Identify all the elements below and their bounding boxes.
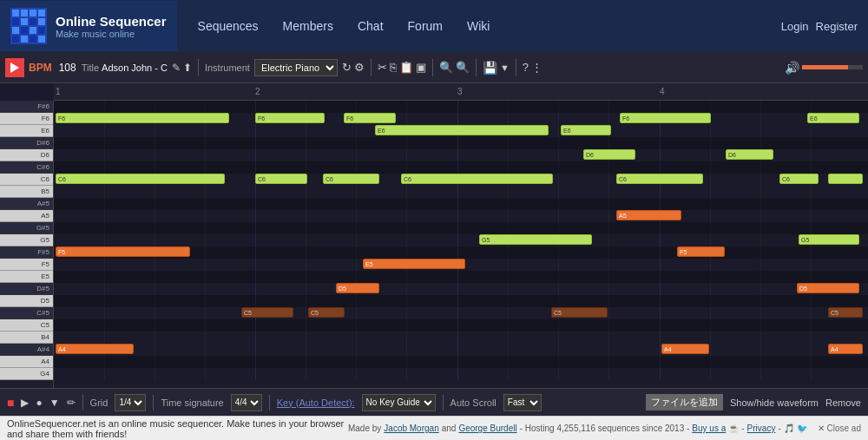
note-e6-2[interactable]: E6 (561, 125, 611, 135)
note-c6-7[interactable] (828, 174, 863, 184)
note-f6-4[interactable]: F6 (620, 113, 711, 123)
note-f5-2[interactable]: F5 (677, 246, 725, 257)
save-icon[interactable]: 💾 (483, 61, 497, 75)
zoom-out-icon[interactable]: 🔍 (439, 61, 453, 74)
nav-sequences[interactable]: Sequences (186, 0, 271, 52)
key-d6[interactable]: D6 (0, 149, 53, 161)
settings-icon[interactable]: ⚙ (354, 61, 365, 74)
note-c5-2[interactable]: C5 (308, 307, 345, 318)
cut-icon[interactable]: ✂ (378, 61, 387, 74)
register-button[interactable]: Register (816, 20, 858, 33)
key-c6[interactable]: C6 (0, 174, 53, 186)
key-e5[interactable]: E5 (0, 271, 53, 283)
note-c6-3[interactable]: C6 (323, 174, 379, 184)
note-f6-5[interactable]: E6 (807, 113, 859, 123)
key-d5[interactable]: D5 (0, 295, 53, 307)
remove-button[interactable]: Remove (825, 397, 861, 408)
key-c#6[interactable]: C#6 (0, 161, 53, 174)
note-a5-1[interactable]: A5 (616, 210, 681, 220)
note-c6-2[interactable]: C6 (255, 174, 307, 184)
note-e6-1[interactable]: E6 (375, 125, 549, 135)
note-g5-2[interactable]: G5 (799, 234, 859, 245)
zoom-in-icon[interactable]: 🔍 (456, 61, 470, 74)
key-c#5[interactable]: C#5 (0, 307, 53, 319)
note-f6-1[interactable]: F6 (56, 113, 229, 123)
note-a4-2[interactable]: A4 (661, 344, 709, 354)
key-b4[interactable]: B4 (0, 332, 53, 344)
play-icon[interactable]: ▶ (21, 397, 29, 409)
show-waveform-button[interactable]: Show/hide waveform (730, 397, 819, 408)
pencil-icon[interactable]: ✏ (67, 397, 76, 409)
key-e6[interactable]: E6 (0, 125, 53, 137)
key-g4[interactable]: G4 (0, 368, 53, 380)
instrument-select[interactable]: Electric Piano Piano Strings (254, 59, 338, 76)
nav-members[interactable]: Members (271, 0, 345, 52)
key-a#5[interactable]: A#5 (0, 198, 53, 210)
record-icon[interactable]: ● (36, 397, 42, 409)
nav-forum[interactable]: Forum (396, 0, 455, 52)
key-f5[interactable]: F5 (0, 259, 53, 271)
note-c5-4[interactable]: C5 (828, 307, 863, 318)
note-d6-2[interactable]: D6 (726, 149, 773, 160)
help-icon[interactable]: ? (523, 61, 529, 74)
note-d5-2[interactable]: D5 (797, 283, 859, 293)
note-c5-3[interactable]: C5 (551, 307, 608, 318)
note-c6-5[interactable]: C6 (616, 174, 703, 184)
note-a4-1[interactable]: A4 (56, 344, 134, 354)
jacob-link[interactable]: Jacob Morgan (384, 424, 438, 433)
key-f#6[interactable]: F#6 (0, 101, 53, 113)
note-c6-1[interactable]: C6 (56, 174, 225, 184)
note-e5-1[interactable]: E5 (363, 259, 465, 269)
note-f6-2[interactable]: F6 (255, 113, 325, 123)
refresh-icon[interactable]: ↻ (342, 61, 352, 74)
key-a4[interactable]: A4 (0, 356, 53, 368)
key-b5[interactable]: B5 (0, 186, 53, 198)
time-sig-label: Time signature (161, 397, 223, 408)
key-d#6[interactable]: D#6 (0, 137, 53, 149)
grid-area[interactable]: F6 F6 F6 F6 E6 E6 E6 D6 D6 C6 C6 C6 C6 C… (54, 101, 868, 380)
key-f#5[interactable]: F#5 (0, 246, 53, 259)
privacy-link[interactable]: Privacy (747, 424, 776, 433)
edit-icon[interactable]: ✎ (172, 62, 181, 74)
filter-icon[interactable]: ▼ (49, 397, 60, 409)
copy-icon[interactable]: ⎘ (390, 61, 397, 74)
sequencer-grid[interactable]: 1 2 3 4 (54, 83, 868, 388)
file-add-button[interactable]: ファイルを追加 (646, 394, 723, 410)
note-d6-1[interactable]: D6 (583, 149, 635, 160)
key-c5[interactable]: C5 (0, 319, 53, 332)
key-g5[interactable]: G5 (0, 234, 53, 246)
note-f5-1[interactable]: F5 (56, 246, 190, 257)
note-a4-3[interactable]: A4 (828, 344, 863, 354)
login-button[interactable]: Login (781, 20, 809, 33)
volume-icon[interactable]: 🔊 (785, 61, 799, 75)
auto-scroll-select[interactable]: FastSlowOff (503, 394, 542, 411)
stop-icon[interactable]: ■ (7, 396, 14, 410)
key-f6[interactable]: F6 (0, 113, 53, 125)
bpm-value: 108 (56, 62, 79, 74)
select-icon[interactable]: ▣ (416, 61, 426, 74)
key-g#5[interactable]: G#5 (0, 222, 53, 234)
note-c6-6[interactable]: C6 (779, 174, 819, 184)
key-select[interactable]: No Key Guide (362, 394, 436, 411)
key-a#4[interactable]: A#4 (0, 344, 53, 356)
note-c5-1[interactable]: C5 (241, 307, 293, 318)
play-button[interactable] (5, 58, 24, 77)
note-d5-1[interactable]: D5 (336, 283, 379, 293)
star-icon[interactable]: ⬆ (183, 62, 192, 74)
grid-select[interactable]: 1/41/81/21 (115, 394, 146, 411)
volume-slider[interactable] (802, 65, 863, 69)
note-c6-4[interactable]: C6 (401, 174, 553, 184)
buy-link[interactable]: Buy us a (692, 424, 726, 433)
paste-icon[interactable]: 📋 (399, 61, 413, 74)
time-sig-select[interactable]: 4/43/46/8 (231, 394, 262, 411)
dropdown-arrow-icon[interactable]: ▼ (500, 62, 510, 73)
george-link[interactable]: George Burdell (458, 424, 516, 433)
note-g5-1[interactable]: G5 (479, 234, 592, 245)
more-icon[interactable]: ⋮ (531, 61, 542, 74)
close-ad-button[interactable]: ✕ Close ad (818, 424, 861, 433)
nav-wiki[interactable]: Wiki (455, 0, 502, 52)
nav-chat[interactable]: Chat (345, 0, 396, 52)
note-f6-3[interactable]: F6 (344, 113, 396, 123)
key-a5[interactable]: A5 (0, 210, 53, 222)
key-d#5[interactable]: D#5 (0, 283, 53, 295)
